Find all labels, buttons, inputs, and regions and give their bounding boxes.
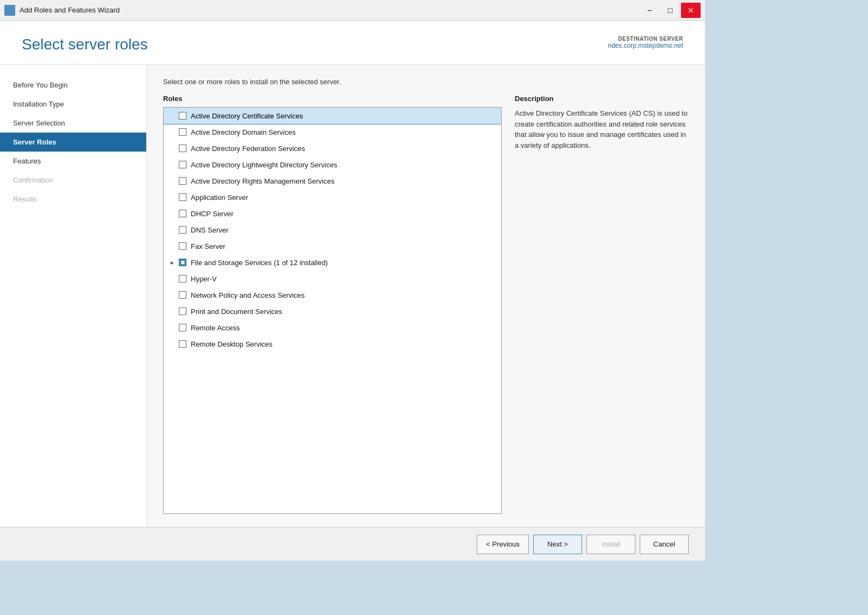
- role-item-adrms[interactable]: Active Directory Rights Management Servi…: [164, 173, 501, 189]
- sidebar-item-server-selection[interactable]: Server Selection: [0, 114, 146, 133]
- svg-rect-1: [10, 7, 14, 10]
- role-checkbox-printdoc[interactable]: [179, 308, 186, 315]
- install-button[interactable]: Install: [586, 535, 635, 554]
- window-title: Add Roles and Features Wizard: [20, 6, 120, 14]
- role-name-remoteaccess: Remote Access: [191, 324, 497, 332]
- roles-label: Roles: [163, 95, 502, 103]
- expand-icon-filestorage[interactable]: ►: [168, 258, 177, 267]
- role-checkbox-adfs[interactable]: [179, 145, 186, 152]
- main-panel: Select one or more roles to install on t…: [147, 65, 705, 527]
- close-button[interactable]: ✕: [681, 3, 701, 18]
- role-name-appserver: Application Server: [191, 193, 497, 202]
- destination-label: DESTINATION SERVER: [608, 36, 683, 42]
- maximize-button[interactable]: □: [660, 3, 680, 18]
- sidebar-item-results: Results: [0, 190, 146, 209]
- sidebar: Before You Begin Installation Type Serve…: [0, 65, 147, 527]
- role-checkbox-filestorage[interactable]: ■: [179, 259, 186, 266]
- role-checkbox-fax[interactable]: [179, 242, 186, 250]
- role-name-printdoc: Print and Document Services: [191, 308, 497, 316]
- role-checkbox-hyperv[interactable]: [179, 275, 186, 283]
- role-checkbox-adcs[interactable]: [179, 112, 186, 120]
- sidebar-item-server-roles[interactable]: Server Roles: [0, 133, 146, 152]
- roles-section: Roles Active Directory Certificate Servi…: [163, 95, 502, 514]
- roles-list[interactable]: Active Directory Certificate Services Ac…: [163, 107, 502, 514]
- role-item-adds[interactable]: Active Directory Domain Services: [164, 124, 501, 140]
- role-name-adlds: Active Directory Lightweight Directory S…: [191, 161, 497, 169]
- role-checkbox-adrms[interactable]: [179, 177, 186, 185]
- role-name-adds: Active Directory Domain Services: [191, 128, 497, 136]
- sidebar-item-features[interactable]: Features: [0, 152, 146, 171]
- role-item-dhcp[interactable]: DHCP Server: [164, 205, 501, 222]
- role-name-rds: Remote Desktop Services: [191, 340, 497, 348]
- role-name-dns: DNS Server: [191, 226, 497, 234]
- role-name-adcs: Active Directory Certificate Services: [191, 112, 497, 120]
- role-name-filestorage: File and Storage Services (1 of 12 insta…: [191, 259, 497, 267]
- server-name: ndes.corp.mstepdemo.net: [608, 42, 683, 49]
- role-item-printdoc[interactable]: Print and Document Services: [164, 303, 501, 319]
- role-item-fax[interactable]: Fax Server: [164, 238, 501, 254]
- app-icon: [4, 5, 15, 16]
- destination-server-info: DESTINATION SERVER ndes.corp.mstepdemo.n…: [608, 36, 683, 49]
- role-item-hyperv[interactable]: Hyper-V: [164, 271, 501, 287]
- role-name-npas: Network Policy and Access Services: [191, 291, 497, 299]
- role-name-dhcp: DHCP Server: [191, 210, 497, 218]
- role-item-npas[interactable]: Network Policy and Access Services: [164, 287, 501, 303]
- role-item-filestorage[interactable]: ► ■ File and Storage Services (1 of 12 i…: [164, 254, 501, 271]
- role-checkbox-npas[interactable]: [179, 291, 186, 299]
- role-name-adfs: Active Directory Federation Services: [191, 145, 497, 153]
- window-controls: − □ ✕: [640, 3, 701, 18]
- sidebar-item-before-you-begin[interactable]: Before You Begin: [0, 76, 146, 95]
- role-checkbox-dns[interactable]: [179, 226, 186, 234]
- wizard-body: Before You Begin Installation Type Serve…: [0, 65, 705, 527]
- svg-rect-2: [6, 11, 9, 14]
- wizard-header: Select server roles DESTINATION SERVER n…: [0, 21, 705, 65]
- role-checkbox-dhcp[interactable]: [179, 210, 186, 217]
- role-item-appserver[interactable]: Application Server: [164, 189, 501, 205]
- role-name-adrms: Active Directory Rights Management Servi…: [191, 177, 497, 185]
- role-checkbox-adlds[interactable]: [179, 161, 186, 168]
- description-label: Description: [515, 95, 689, 103]
- sidebar-item-installation-type[interactable]: Installation Type: [0, 95, 146, 114]
- title-bar-left: Add Roles and Features Wizard: [4, 5, 120, 16]
- role-name-hyperv: Hyper-V: [191, 275, 497, 283]
- role-item-adfs[interactable]: Active Directory Federation Services: [164, 140, 501, 156]
- role-name-fax: Fax Server: [191, 242, 497, 250]
- next-button[interactable]: Next >: [533, 535, 582, 554]
- wizard-footer: < Previous Next > Install Cancel: [0, 527, 705, 561]
- title-bar: Add Roles and Features Wizard − □ ✕: [0, 0, 705, 21]
- role-item-adlds[interactable]: Active Directory Lightweight Directory S…: [164, 156, 501, 173]
- role-checkbox-rds[interactable]: [179, 340, 186, 348]
- role-item-adcs[interactable]: Active Directory Certificate Services: [164, 108, 501, 124]
- role-item-rds[interactable]: Remote Desktop Services: [164, 336, 501, 352]
- description-text: Active Directory Certificate Services (A…: [515, 108, 689, 150]
- svg-rect-0: [6, 7, 9, 10]
- wizard-container: Select server roles DESTINATION SERVER n…: [0, 21, 705, 561]
- instruction-text: Select one or more roles to install on t…: [163, 78, 689, 86]
- minimize-button[interactable]: −: [640, 3, 659, 18]
- role-checkbox-adds[interactable]: [179, 128, 186, 136]
- role-item-dns[interactable]: DNS Server: [164, 222, 501, 238]
- content-area: Roles Active Directory Certificate Servi…: [163, 95, 689, 514]
- role-checkbox-appserver[interactable]: [179, 193, 186, 201]
- svg-rect-3: [10, 11, 14, 14]
- cancel-button[interactable]: Cancel: [640, 535, 689, 554]
- description-section: Description Active Directory Certificate…: [515, 95, 689, 514]
- page-title: Select server roles: [22, 36, 148, 53]
- role-item-remoteaccess[interactable]: Remote Access: [164, 319, 501, 336]
- previous-button[interactable]: < Previous: [477, 535, 529, 554]
- role-checkbox-remoteaccess[interactable]: [179, 324, 186, 331]
- sidebar-item-confirmation: Confirmation: [0, 171, 146, 190]
